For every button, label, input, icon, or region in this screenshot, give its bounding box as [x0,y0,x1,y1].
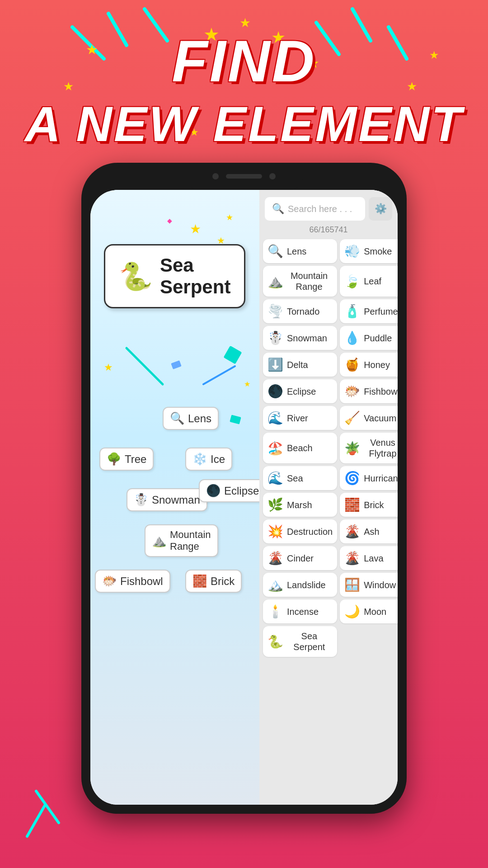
item-btn-river[interactable]: 🌊River [263,406,337,430]
item-btn-ash[interactable]: 🌋Ash [340,519,398,543]
item-label: Sea [287,473,303,484]
node-lens[interactable]: 🔍 Lens [163,407,219,430]
title-area: FIND A NEW ELEMENT [0,27,488,152]
item-emoji: ☃️ [267,330,283,345]
item-btn-vacuum[interactable]: 🧹Vacuum [340,406,398,430]
item-btn-venus-flytrap[interactable]: 🪴Venus Flytrap [340,433,398,463]
item-label: Window [364,580,396,590]
item-btn-destruction[interactable]: 💥Destruction [263,519,337,543]
item-btn-marsh[interactable]: 🌿Marsh [263,493,337,517]
item-label: Sea Serpent [286,631,333,652]
filter-icon: ⚙️ [375,203,387,215]
item-label: River [287,413,308,424]
item-btn-window[interactable]: 🪟Window [340,573,398,597]
item-btn-puddle[interactable]: 💧Puddle [340,326,398,350]
popup-name: SeaSerpent [160,255,230,298]
search-input-wrapper[interactable]: 🔍 Search here . . . [265,197,365,221]
phone-notch [185,163,303,190]
item-emoji: 🪴 [344,441,359,456]
item-emoji: 🌿 [267,497,283,512]
item-emoji: 🪟 [344,577,360,592]
item-label: Vacuum [364,413,396,424]
item-emoji: 🌪️ [267,304,283,319]
item-btn-incense[interactable]: 🕯️Incense [263,599,337,623]
item-label: Landslide [287,580,326,590]
item-emoji: 🌋 [267,551,283,566]
item-label: Mountain Range [286,270,333,292]
item-btn-cinder[interactable]: 🌋Cinder [263,546,337,570]
item-btn-mountain-range[interactable]: ⛰️Mountain Range [263,266,337,297]
item-label: Lava [364,553,383,564]
item-label: Fishbowl [364,386,398,397]
search-bar: 🔍 Search here . . . ⚙️ [259,190,398,224]
item-btn-tornado[interactable]: 🌪️Tornado [263,299,337,323]
items-grid: 🔍Lens💨Smoke⛰️Mountain Range🍃Leaf🌪️Tornad… [259,237,398,805]
svg-line-16 [27,805,45,836]
item-emoji: 🌑 [267,384,283,399]
item-label: Moon [364,606,386,617]
item-btn-sea[interactable]: 🌊Sea [263,466,337,490]
item-label: Tornado [287,306,319,317]
item-label: Puddle [364,333,392,344]
svg-rect-21 [230,415,241,424]
item-label: Smoke [364,246,392,257]
filter-button[interactable]: ⚙️ [369,197,392,221]
phone-frame: 🐍 SeaSerpent ★ ★ ★ ★ ★ ◆ 🔍 Lens [81,163,407,814]
item-btn-honey[interactable]: 🍯Honey [340,353,398,377]
item-label: Honey [364,359,390,370]
game-area: 🐍 SeaSerpent ★ ★ ★ ★ ★ ◆ 🔍 Lens [90,190,259,805]
item-label: Beach [287,443,313,453]
count-display: 66/165741 [259,224,398,237]
item-btn-fishbowl[interactable]: 🐡Fishbowl [340,379,398,403]
item-emoji: 🌊 [267,410,283,425]
item-label: Delta [287,359,308,370]
node-snowman[interactable]: ☃️ Snowman [127,488,207,511]
item-emoji: ⛰️ [267,274,282,289]
search-placeholder: Search here . . . [288,204,352,214]
item-label: Perfume [364,306,398,317]
camera-dot [212,173,219,179]
item-btn-snowman[interactable]: ☃️Snowman [263,326,337,350]
item-btn-lava[interactable]: 🌋Lava [340,546,398,570]
item-btn-perfume[interactable]: 🧴Perfume [340,299,398,323]
svg-line-15 [36,791,59,823]
svg-line-17 [127,348,163,384]
title-line1: FIND [0,27,488,95]
node-fishbowl[interactable]: 🐡 Fishbowl [95,570,170,593]
item-label: Snowman [287,333,327,344]
node-eclipse[interactable]: 🌑 Eclipse [199,479,259,502]
item-btn-leaf[interactable]: 🍃Leaf [340,266,398,297]
item-emoji: 🧹 [344,410,360,425]
item-btn-beach[interactable]: 🏖️Beach [263,433,337,463]
search-icon: 🔍 [272,203,284,215]
item-emoji: 🧴 [344,304,360,319]
item-btn-delta[interactable]: ⬇️Delta [263,353,337,377]
item-emoji: 🍯 [344,357,360,372]
item-btn-lens[interactable]: 🔍Lens [263,239,337,263]
item-label: Incense [287,606,319,617]
item-btn-smoke[interactable]: 💨Smoke [340,239,398,263]
phone-screen: 🐍 SeaSerpent ★ ★ ★ ★ ★ ◆ 🔍 Lens [90,190,398,805]
item-emoji: 🏔️ [267,577,283,592]
svg-rect-20 [171,360,182,369]
game-diamond: ◆ [167,217,172,224]
title-line2: A NEW ELEMENT [0,95,488,152]
game-star1: ★ [190,222,201,236]
item-btn-moon[interactable]: 🌙Moon [340,599,398,623]
item-emoji: 🔍 [267,244,283,259]
item-btn-hurricane[interactable]: 🌀Hurricane [340,466,398,490]
item-btn-landslide[interactable]: 🏔️Landslide [263,573,337,597]
element-list-panel: 🔍 Search here . . . ⚙️ 66/165741 🔍Lens💨S… [259,190,398,805]
item-emoji: ⬇️ [267,357,283,372]
item-emoji: 🐍 [267,634,282,649]
item-emoji: 🍃 [344,274,360,289]
item-btn-brick[interactable]: 🧱Brick [340,493,398,517]
item-btn-sea-serpent[interactable]: 🐍Sea Serpent [263,626,337,657]
node-brick[interactable]: 🧱 Brick [185,570,242,593]
item-btn-eclipse[interactable]: 🌑Eclipse [263,379,337,403]
item-label: Marsh [287,500,312,510]
node-mountain-range[interactable]: ⛰️ MountainRange [145,524,218,557]
node-ice[interactable]: ❄️ Ice [185,448,232,471]
item-emoji: 🌊 [267,471,283,486]
node-tree[interactable]: 🌳 Tree [99,448,154,471]
